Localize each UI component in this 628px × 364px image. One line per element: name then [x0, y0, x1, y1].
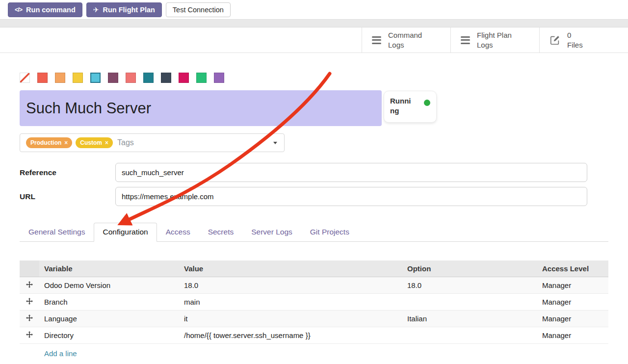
table-row[interactable]: Branch main Manager — [20, 294, 608, 311]
cell-variable[interactable]: Directory — [39, 327, 179, 344]
column-header-value[interactable]: Value — [179, 260, 402, 277]
drag-handle-icon[interactable] — [26, 298, 33, 305]
url-field-row: URL — [20, 187, 608, 206]
status-card: Running — [384, 91, 437, 123]
cell-value[interactable]: it — [179, 311, 402, 327]
tag-pill-production: Production × — [26, 137, 72, 148]
table-header-row: Variable Value Option Access Level — [20, 260, 608, 277]
url-input[interactable] — [115, 187, 587, 206]
tab-general-settings[interactable]: General Settings — [20, 223, 94, 242]
column-header-option[interactable]: Option — [402, 260, 537, 277]
cell-value[interactable]: main — [179, 294, 402, 311]
color-swatch-dark-purple[interactable] — [108, 73, 118, 83]
handle-column-header — [20, 260, 39, 277]
form-sheet: Running Production × Custom × Tags Refer… — [0, 72, 628, 364]
tab-bar: General Settings Configuration Access Se… — [20, 223, 608, 242]
tag-label: Production — [30, 139, 61, 146]
color-swatch-fuchsia[interactable] — [179, 73, 189, 83]
header-stat-bar: Command Logs Flight Plan Logs 0 Files — [0, 27, 628, 53]
color-swatch-green[interactable] — [196, 73, 207, 83]
top-toolbar: </> Run command ✈ Run Flight Plan Test C… — [0, 0, 628, 19]
server-name-input[interactable] — [20, 90, 382, 126]
cell-access-level[interactable]: Manager — [537, 327, 608, 344]
reference-field-row: Reference — [20, 163, 608, 182]
drag-handle-icon[interactable] — [26, 281, 33, 288]
reference-input[interactable] — [115, 163, 587, 182]
color-swatch-light-blue[interactable] — [90, 73, 101, 83]
color-swatch-orange[interactable] — [55, 73, 65, 83]
color-swatch-yellow[interactable] — [73, 73, 83, 83]
tab-configuration[interactable]: Configuration — [94, 223, 157, 242]
tags-placeholder: Tags — [117, 138, 134, 147]
cell-option[interactable] — [402, 327, 537, 344]
color-swatch-salmon[interactable] — [126, 73, 136, 83]
table-row[interactable]: Directory /home/{{ tower.server.ssh_user… — [20, 327, 608, 344]
cell-value[interactable]: 18.0 — [179, 277, 402, 294]
files-button[interactable]: 0 Files — [539, 27, 628, 52]
configuration-table: Variable Value Option Access Level Odoo … — [20, 260, 608, 364]
color-swatch-purple[interactable] — [214, 73, 224, 83]
cell-option[interactable] — [402, 294, 537, 311]
run-flight-plan-button[interactable]: ✈ Run Flight Plan — [86, 2, 162, 17]
run-command-label: Run command — [26, 6, 76, 14]
column-header-access-level[interactable]: Access Level — [537, 260, 608, 277]
table-row[interactable]: Language it Italian Manager — [20, 311, 608, 327]
status-dot — [424, 100, 430, 106]
cell-access-level[interactable]: Manager — [537, 277, 608, 294]
test-connection-button[interactable]: Test Connection — [166, 2, 231, 17]
dropdown-caret-icon[interactable] — [273, 142, 277, 144]
url-label: URL — [20, 192, 115, 201]
color-swatch-teal[interactable] — [143, 73, 154, 83]
cell-value[interactable]: /home/{{ tower.server.ssh_username }} — [179, 327, 402, 344]
drag-handle-icon[interactable] — [26, 314, 33, 321]
status-label: Running — [390, 96, 414, 117]
list-icon — [461, 36, 470, 44]
command-logs-button[interactable]: Command Logs — [362, 27, 450, 52]
tag-remove-icon[interactable]: × — [64, 139, 68, 146]
plane-icon: ✈ — [93, 6, 99, 14]
tag-remove-icon[interactable]: × — [105, 139, 108, 146]
tag-label: Custom — [80, 139, 102, 146]
tab-server-logs[interactable]: Server Logs — [242, 223, 301, 242]
run-command-button[interactable]: </> Run command — [8, 2, 82, 17]
cell-access-level[interactable]: Manager — [537, 294, 608, 311]
flight-plan-logs-label: Flight Plan Logs — [477, 30, 518, 49]
tab-secrets[interactable]: Secrets — [199, 223, 243, 242]
drag-handle-icon[interactable] — [26, 331, 33, 338]
reference-label: Reference — [20, 168, 115, 177]
table-row[interactable]: Odoo Demo Version 18.0 18.0 Manager — [20, 277, 608, 294]
list-icon — [372, 36, 381, 44]
color-swatch-row — [20, 72, 608, 83]
cell-option[interactable]: Italian — [402, 311, 537, 327]
files-count: 0 — [567, 30, 593, 40]
color-swatch-red[interactable] — [37, 73, 48, 83]
add-a-line-link[interactable]: Add a line — [20, 344, 608, 364]
cell-variable[interactable]: Odoo Demo Version — [39, 277, 179, 294]
tag-pill-custom: Custom × — [76, 137, 113, 148]
tags-select[interactable]: Production × Custom × Tags — [20, 133, 285, 152]
color-swatch-no-color[interactable] — [20, 73, 30, 83]
flight-plan-logs-button[interactable]: Flight Plan Logs — [450, 27, 539, 52]
color-swatch-dark-blue[interactable] — [161, 73, 171, 83]
cell-variable[interactable]: Branch — [39, 294, 179, 311]
title-row: Running — [20, 90, 608, 126]
files-word: Files — [567, 40, 593, 50]
divider-band — [0, 19, 628, 27]
tab-access[interactable]: Access — [157, 223, 199, 242]
column-header-variable[interactable]: Variable — [39, 260, 179, 277]
cell-option[interactable]: 18.0 — [402, 277, 537, 294]
edit-icon — [550, 35, 560, 46]
cell-variable[interactable]: Language — [39, 311, 179, 327]
test-connection-label: Test Connection — [173, 6, 224, 14]
command-logs-label: Command Logs — [388, 30, 429, 49]
tab-git-projects[interactable]: Git Projects — [301, 223, 358, 242]
run-flight-plan-label: Run Flight Plan — [103, 6, 155, 14]
code-icon: </> — [15, 6, 22, 13]
cell-access-level[interactable]: Manager — [537, 311, 608, 327]
files-label: 0 Files — [567, 30, 593, 49]
